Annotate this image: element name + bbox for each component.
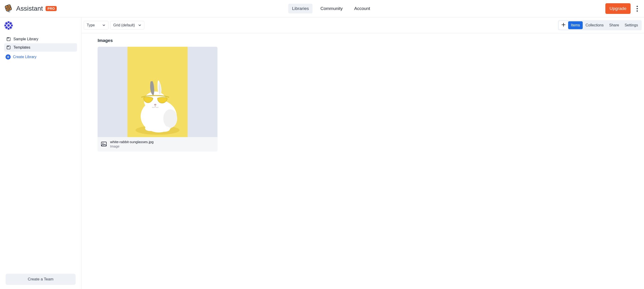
brand-name: Assistant — [16, 5, 43, 12]
library-tab-row: Items Collections Share Settings — [558, 20, 642, 30]
top-bar: Assistant PRO Libraries Community Accoun… — [0, 0, 644, 17]
svg-point-3 — [10, 22, 12, 25]
svg-point-8 — [8, 28, 10, 30]
workspace-avatar-icon[interactable] — [4, 21, 13, 30]
chevron-down-icon — [138, 24, 141, 27]
tab-items[interactable]: Items — [568, 21, 583, 29]
media-card[interactable]: white-rabbit-sunglasses.jpg Image — [98, 47, 218, 151]
add-item-button[interactable] — [559, 21, 568, 30]
media-file-kind: Image — [110, 145, 154, 148]
sidebar: Sample Library Templates Create Lib — [0, 17, 82, 289]
section-title-images: Images — [98, 38, 628, 43]
type-filter-label: Type — [87, 23, 95, 27]
library-toolbar: Type Grid (default) Items C — [82, 17, 644, 33]
type-filter-dropdown[interactable]: Type — [84, 21, 108, 30]
svg-point-20 — [159, 126, 170, 132]
svg-point-2 — [5, 22, 8, 25]
sidebar-item-templates[interactable]: Templates — [4, 43, 77, 52]
library-content: Images — [82, 33, 644, 161]
view-mode-label: Grid (default) — [113, 23, 135, 27]
tab-share[interactable]: Share — [606, 21, 622, 29]
svg-point-5 — [10, 27, 12, 29]
create-library-label: Create Library — [13, 55, 36, 59]
plus-icon — [561, 23, 566, 28]
plus-circle-icon — [6, 54, 11, 60]
svg-point-4 — [5, 27, 8, 29]
media-card-meta: white-rabbit-sunglasses.jpg Image — [98, 137, 218, 151]
thumbnail-frame — [98, 47, 218, 137]
svg-point-19 — [145, 126, 155, 131]
primary-nav: Libraries Community Account — [57, 4, 605, 14]
chevron-down-icon — [102, 24, 106, 27]
image-icon — [101, 141, 107, 147]
tab-collections[interactable]: Collections — [583, 21, 606, 29]
brand-logo-icon — [4, 4, 14, 14]
more-menu-icon[interactable] — [634, 5, 640, 13]
pro-badge: PRO — [46, 6, 57, 11]
svg-point-9 — [4, 25, 6, 27]
svg-point-22 — [102, 143, 104, 144]
main: Type Grid (default) Items C — [82, 17, 644, 289]
nav-tab-account[interactable]: Account — [350, 4, 374, 14]
svg-point-6 — [8, 24, 10, 27]
nav-tab-community[interactable]: Community — [317, 4, 346, 14]
svg-point-16 — [163, 109, 177, 128]
tab-settings[interactable]: Settings — [622, 21, 641, 29]
create-library-button[interactable]: Create Library — [4, 53, 77, 61]
media-file-name: white-rabbit-sunglasses.jpg — [110, 140, 154, 144]
sidebar-item-label: Sample Library — [14, 37, 38, 41]
library-icon — [6, 37, 11, 41]
brand: Assistant PRO — [4, 4, 57, 14]
svg-point-7 — [8, 21, 10, 23]
view-mode-dropdown[interactable]: Grid (default) — [110, 21, 144, 30]
thumbnail-image — [128, 47, 188, 137]
svg-point-18 — [154, 104, 156, 106]
nav-tab-libraries[interactable]: Libraries — [288, 4, 312, 14]
sidebar-item-sample-library[interactable]: Sample Library — [4, 35, 77, 43]
library-list: Sample Library Templates Create Lib — [4, 35, 77, 61]
topbar-right: Upgrade — [605, 3, 640, 14]
create-team-button[interactable]: Create a Team — [6, 274, 76, 285]
library-icon — [6, 45, 11, 50]
svg-point-10 — [11, 25, 13, 27]
upgrade-button[interactable]: Upgrade — [605, 3, 630, 14]
svg-rect-21 — [101, 142, 106, 146]
sidebar-item-label: Templates — [14, 45, 30, 50]
